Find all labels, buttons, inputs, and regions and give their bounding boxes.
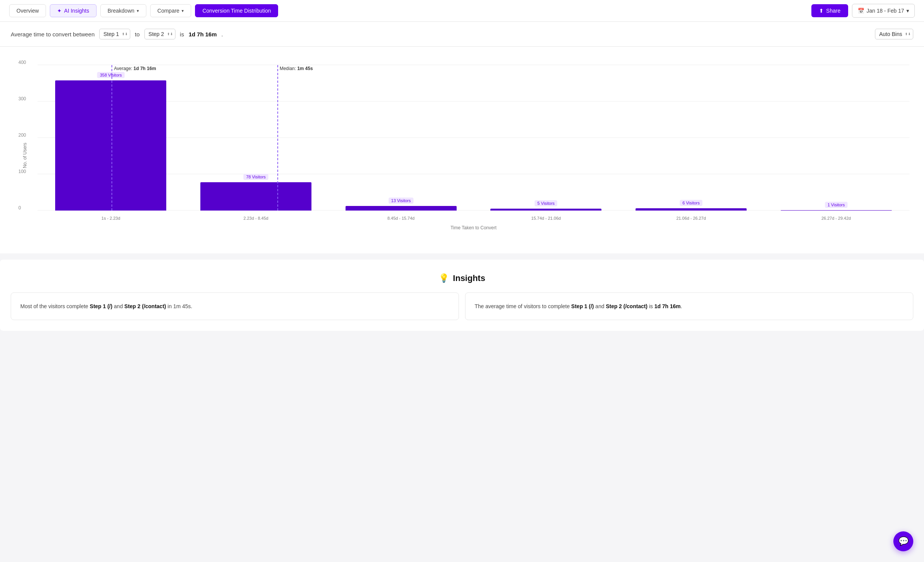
bar-visitor-label: 5 Visitors [535,200,557,206]
step1-select[interactable]: Step 1 [99,29,130,39]
insights-heading: Insights [453,273,485,283]
bar-range-label: 15.74d - 21.06d [531,216,561,221]
ai-insights-label: AI Insights [64,8,89,14]
share-label: Share [826,8,840,14]
bar-group: 13 Visitors8.45d - 15.74d [331,65,470,211]
insight-card-2: The average time of visitors to complete… [465,292,913,320]
is-label: is [180,31,184,38]
y-tick-label: 0 [18,205,21,211]
bar-range-label: 1s - 2.23d [102,216,120,221]
bar-group: 1 Visitors26.27d - 29.42d [767,65,906,211]
auto-bins-wrapper: Auto Bins [875,29,913,39]
bar[interactable]: 1 Visitors [781,210,892,211]
chat-button[interactable]: 💬 [893,531,913,551]
upload-icon: ⬆ [819,8,824,14]
bar-range-label: 8.45d - 15.74d [387,216,414,221]
bar-group: 358 Visitors1s - 2.23d [41,65,180,211]
ai-insights-btn[interactable]: ✦ AI Insights [50,4,96,17]
overview-btn[interactable]: Overview [9,4,46,17]
y-tick-label: 400 [18,60,26,65]
compare-label: Compare [157,8,180,14]
chart-container: No. of Users 0100200300400358 Visitors1s… [11,57,913,253]
insight-card-1: Most of the visitors complete Step 1 (/)… [11,292,459,320]
ctd-label: Conversion Time Distribution [202,8,271,14]
chevron-down-icon: ▾ [906,8,909,14]
auto-bins-select[interactable]: Auto Bins [875,29,913,39]
top-nav: Overview ✦ AI Insights Breakdown ▾ Compa… [0,0,924,22]
bar-visitor-label: 6 Visitors [680,200,702,206]
average-annotation: Average: 1d 7h 16m [114,66,156,71]
breakdown-label: Breakdown [108,8,134,14]
chevron-down-icon: ▾ [182,8,184,13]
bar[interactable]: 6 Visitors [636,208,747,211]
x-axis-label: Time Taken to Convert [38,225,909,230]
y-axis-label: No. of Users [22,143,28,168]
median-annotation: Median: 1m 45s [280,66,313,71]
bar[interactable]: 5 Visitors [490,209,601,211]
chart-inner: 0100200300400358 Visitors1s - 2.23d78 Vi… [38,65,909,211]
stats-prefix: Average time to convert between [11,31,95,38]
bar-visitor-label: 358 Visitors [97,72,125,78]
stats-bar: Average time to convert between Step 1 t… [0,22,924,47]
bar-range-label: 21.06d - 26.27d [676,216,706,221]
breakdown-btn[interactable]: Breakdown ▾ [100,4,146,17]
overview-label: Overview [16,8,39,14]
bar-group: 5 Visitors15.74d - 21.06d [477,65,616,211]
date-range-button[interactable]: 📅 Jan 18 - Feb 17 ▾ [852,4,915,18]
step1-wrapper[interactable]: Step 1 [99,29,130,39]
bar-group: 78 Visitors2.23d - 8.45d [187,65,326,211]
star-icon: ✦ [57,8,62,14]
y-tick-label: 300 [18,96,26,101]
insights-section: 💡 Insights Most of the visitors complete… [0,260,924,331]
y-tick-label: 100 [18,169,26,174]
calendar-icon: 📅 [858,8,864,14]
step2-wrapper[interactable]: Step 2 [144,29,175,39]
bar-visitor-label: 13 Visitors [388,198,413,204]
insights-grid: Most of the visitors complete Step 1 (/)… [11,292,913,320]
auto-bins-step-wrapper[interactable]: Auto Bins [875,29,913,39]
date-range-label: Jan 18 - Feb 17 [867,8,904,14]
bar-visitor-label: 1 Visitors [825,202,847,208]
bars-area: 358 Visitors1s - 2.23d78 Visitors2.23d -… [38,65,909,211]
chat-icon: 💬 [898,536,909,546]
bar-visitor-label: 78 Visitors [243,174,268,180]
to-label: to [135,31,140,38]
main-content: No. of Users 0100200300400358 Visitors1s… [0,47,924,253]
lightbulb-icon: 💡 [439,273,449,283]
compare-btn[interactable]: Compare ▾ [150,4,192,17]
bar-range-label: 2.23d - 8.45d [244,216,269,221]
bar[interactable]: 13 Visitors [346,206,457,211]
conversion-value: 1d 7h 16m [188,31,216,38]
bar[interactable]: 358 Visitors [55,80,166,211]
bar[interactable]: 78 Visitors [200,182,311,211]
y-tick-label: 200 [18,132,26,138]
share-button[interactable]: ⬆ Share [811,4,848,17]
chevron-down-icon: ▾ [137,8,139,13]
ctd-btn[interactable]: Conversion Time Distribution [195,4,278,17]
step2-select[interactable]: Step 2 [144,29,175,39]
insights-title: 💡 Insights [11,273,913,283]
average-dashed-line [111,65,112,211]
period: . [221,31,223,38]
median-dashed-line [277,65,278,211]
bar-group: 6 Visitors21.06d - 26.27d [622,65,761,211]
bar-range-label: 26.27d - 29.42d [821,216,851,221]
